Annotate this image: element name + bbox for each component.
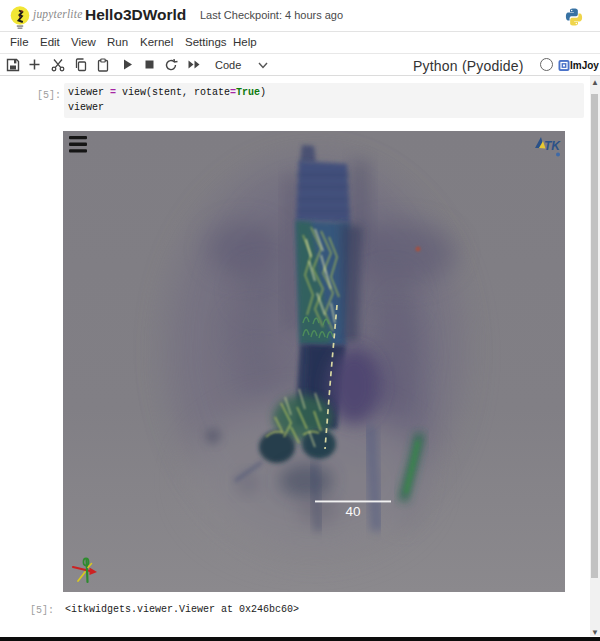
svg-text:40: 40: [345, 504, 360, 519]
svg-text:TK: TK: [544, 139, 561, 153]
